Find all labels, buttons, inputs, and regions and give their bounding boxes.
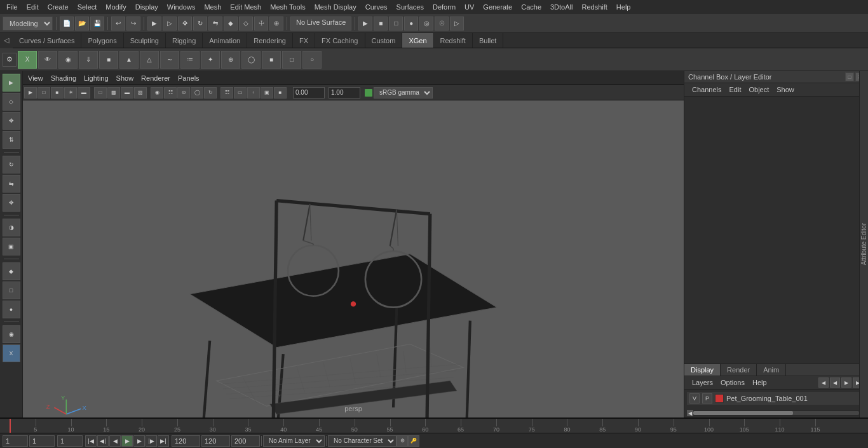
vt-cam2-btn[interactable]: ■ (51, 87, 64, 98)
vt-grid-btn[interactable]: □ (94, 87, 107, 98)
xgen-btn-1[interactable]: X (18, 51, 37, 69)
menu-windows[interactable]: Windows (163, 2, 200, 12)
layers-icon-3[interactable]: ▶ (841, 377, 851, 388)
workspace-selector[interactable]: Modeling (3, 17, 53, 31)
layers-tab-render[interactable]: Render (721, 364, 757, 376)
xgen-btn-5[interactable]: ■ (99, 51, 118, 69)
vt-trim-btn[interactable]: ▫ (247, 87, 260, 98)
vt-isolate-btn[interactable]: ◉ (151, 87, 163, 98)
layers-menu-layers[interactable]: Layers (689, 377, 715, 388)
tab-bullet[interactable]: Bullet (473, 33, 504, 48)
select-mode-button[interactable]: ▶ (3, 74, 20, 92)
timeline[interactable]: 5101520253035404550556065707580859095100… (0, 418, 868, 433)
channel-box-menu-object[interactable]: Object (746, 85, 771, 95)
material-button[interactable]: ◉ (3, 325, 20, 343)
xgen-btn-12[interactable]: ◯ (241, 51, 261, 69)
viewport-menu-panels[interactable]: Panels (175, 73, 202, 83)
vt-3d-btn[interactable]: ■ (274, 87, 287, 98)
current-frame-field2[interactable] (29, 435, 55, 447)
xgen-btn-2[interactable]: 👁 (38, 51, 57, 69)
render4-button[interactable]: ● (404, 17, 418, 31)
tab-animation[interactable]: Animation (203, 33, 247, 48)
layer-playback-button[interactable]: P (702, 393, 712, 404)
viewport-colorspace-selector[interactable]: sRGB gamma (374, 87, 433, 98)
render3-button[interactable]: □ (389, 17, 403, 31)
menu-mesh[interactable]: Mesh (200, 2, 225, 12)
menu-mesh-display[interactable]: Mesh Display (311, 2, 360, 12)
layers-tab-anim[interactable]: Anim (757, 364, 786, 376)
menu-surfaces[interactable]: Surfaces (393, 2, 428, 12)
tab-polygons[interactable]: Polygons (81, 33, 123, 48)
xgen-btn-10[interactable]: ✦ (201, 51, 220, 69)
tab-redshift[interactable]: Redshift (434, 33, 473, 48)
tab-rendering[interactable]: Rendering (247, 33, 293, 48)
snap-point-button[interactable]: ● (3, 301, 20, 318)
viewport-rotation-field[interactable] (293, 87, 325, 98)
right-panel-expand-button[interactable]: □ (845, 72, 854, 81)
menu-help[interactable]: Help (613, 2, 635, 12)
live-surface-button[interactable]: No Live Surface (290, 17, 351, 31)
play-prev-frame-button[interactable]: ◀ (109, 435, 121, 447)
xgen-btn-3[interactable]: ◉ (58, 51, 78, 69)
play-skip-start-button[interactable]: |◀ (85, 435, 97, 447)
layers-scrollbar[interactable]: ◀ ▶ (687, 410, 865, 416)
snap4-button[interactable]: ⊕ (269, 17, 283, 31)
vt-ao-btn[interactable]: ◯ (191, 87, 203, 98)
xgen-btn-6[interactable]: ▲ (119, 51, 139, 69)
play-skip-end-button[interactable]: ▶| (158, 435, 169, 447)
play-next-key-button[interactable]: |▶ (146, 435, 157, 447)
xgen-btn-7[interactable]: △ (140, 51, 159, 69)
tab-xgen[interactable]: XGen (402, 33, 433, 48)
character-set-selector[interactable]: No Character Set (328, 435, 397, 447)
soft-select-button[interactable]: ◑ (3, 219, 20, 236)
xgen-btn-4[interactable]: ⇓ (79, 51, 98, 69)
menu-uv[interactable]: UV (461, 2, 478, 12)
transform-button[interactable]: ✥ (3, 112, 20, 130)
viewport[interactable]: View Shading Lighting Show Renderer Pane… (23, 71, 684, 417)
menu-edit-mesh[interactable]: Edit Mesh (226, 2, 265, 12)
play-prev-key-button[interactable]: ◀| (97, 435, 109, 447)
scroll-thumb[interactable] (693, 411, 793, 415)
rotate-tool-button[interactable]: ↻ (193, 17, 207, 31)
viewport-zoom-field[interactable] (329, 87, 360, 98)
move-tool-button[interactable]: ✥ (178, 17, 192, 31)
select-tool-button[interactable]: ▶ (147, 17, 161, 31)
vt-solid-btn[interactable]: ▬ (121, 87, 133, 98)
menu-mesh-tools[interactable]: Mesh Tools (266, 2, 309, 12)
xgen-btn-8[interactable]: ∼ (160, 51, 179, 69)
tab-rigging[interactable]: Rigging (166, 33, 203, 48)
snap-button[interactable]: ◆ (224, 17, 238, 31)
menu-cache[interactable]: Cache (517, 2, 545, 12)
layers-icon-2[interactable]: ◀ (830, 377, 840, 388)
xgen-btn-9[interactable]: ≔ (180, 51, 200, 69)
layer-color-swatch[interactable] (715, 394, 724, 403)
lasso-select-button[interactable]: ▷ (163, 17, 177, 31)
render2-button[interactable]: ■ (374, 17, 388, 31)
menu-file[interactable]: File (3, 2, 22, 12)
viewport-menu-show[interactable]: Show (114, 73, 137, 83)
viewport-menu-lighting[interactable]: Lighting (81, 73, 111, 83)
redo-button[interactable]: ↪ (126, 17, 140, 31)
tab-fx-caching[interactable]: FX Caching (315, 33, 365, 48)
anim-layer-selector[interactable]: No Anim Layer (263, 435, 325, 447)
tab-fx[interactable]: FX (293, 33, 315, 48)
xgen-btn-11[interactable]: ⊕ (221, 51, 240, 69)
move-button[interactable]: ⇅ (3, 131, 20, 149)
tab-sculpting[interactable]: Sculpting (124, 33, 166, 48)
snap-curve-button[interactable]: □ (3, 282, 20, 299)
char-set-key-button[interactable]: 🔑 (408, 435, 419, 447)
menu-modify[interactable]: Modify (102, 2, 130, 12)
vt-camera-btn[interactable]: ▶ (24, 87, 37, 98)
vt-textured-btn[interactable]: ▧ (134, 87, 147, 98)
render6-button[interactable]: ☉ (435, 17, 449, 31)
vt-aa-btn[interactable]: ⊙ (177, 87, 190, 98)
attribute-editor-label[interactable]: Attribute Editor (860, 223, 867, 265)
xgen-btn-15[interactable]: ○ (302, 51, 322, 69)
render-button[interactable]: ▶ (358, 17, 372, 31)
snap2-button[interactable]: ◇ (239, 17, 253, 31)
tab-custom[interactable]: Custom (365, 33, 403, 48)
menu-select[interactable]: Select (74, 2, 101, 12)
layers-icon-1[interactable]: ◀ (818, 377, 829, 388)
paint-select-button[interactable]: ◇ (3, 93, 20, 111)
playback-max-field[interactable] (231, 435, 260, 447)
